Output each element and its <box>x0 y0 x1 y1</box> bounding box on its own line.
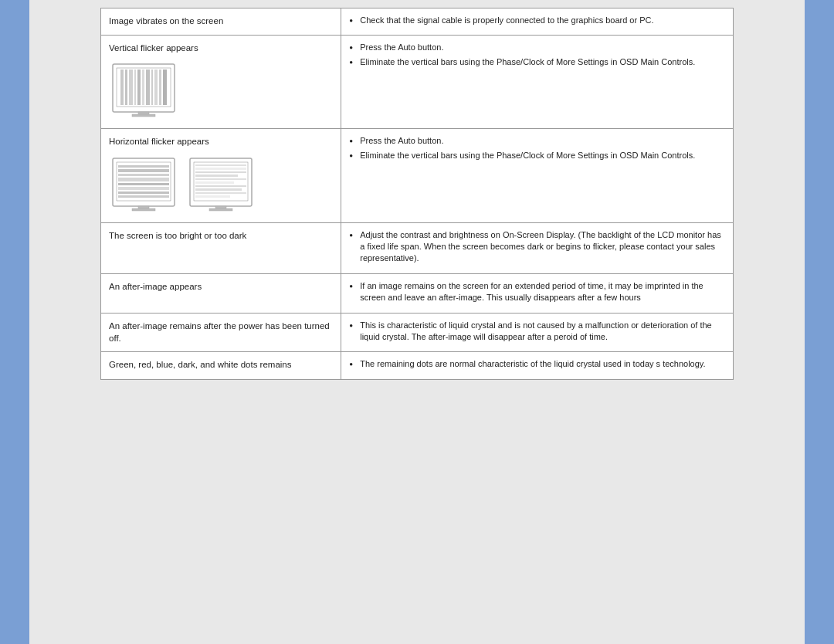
page-wrapper: Image vibrates on the screen Check that … <box>0 0 834 644</box>
table-row: Green, red, blue, dark, and white dots r… <box>101 352 734 379</box>
symptom-text: The screen is too bright or too dark <box>109 231 246 240</box>
table-row: An after-image remains after the power h… <box>101 313 734 352</box>
solution-cell: Adjust the contrast and brightness on On… <box>341 222 734 273</box>
svg-rect-26 <box>132 208 155 211</box>
svg-rect-37 <box>195 192 246 194</box>
svg-rect-11 <box>159 69 161 105</box>
solution-cell: Press the Auto button. Eliminate the ver… <box>341 36 734 129</box>
svg-rect-38 <box>195 195 230 198</box>
svg-rect-5 <box>134 69 136 105</box>
table-row: Image vibrates on the screen Check that … <box>101 8 734 36</box>
svg-rect-32 <box>195 175 238 177</box>
svg-rect-22 <box>118 187 169 190</box>
svg-rect-21 <box>118 183 169 185</box>
content-area: Image vibrates on the screen Check that … <box>29 0 805 644</box>
symptom-text: An after-image remains after the power h… <box>109 321 330 343</box>
solution-item: Eliminate the vertical bars using the Ph… <box>349 56 725 68</box>
svg-rect-35 <box>195 185 246 187</box>
table-row: An after-image appears If an image remai… <box>101 273 734 313</box>
solution-cell: This is characteristic of liquid crystal… <box>341 313 734 352</box>
svg-rect-34 <box>195 181 234 184</box>
solution-item: Check that the signal cable is properly … <box>349 15 725 26</box>
svg-rect-40 <box>209 208 232 211</box>
doc-page: Image vibrates on the screen Check that … <box>100 8 734 380</box>
svg-rect-7 <box>142 69 144 105</box>
svg-rect-3 <box>125 69 127 105</box>
solution-list: If an image remains on the screen for an… <box>349 280 725 304</box>
solution-item: Eliminate the vertical bars using the Ph… <box>349 150 725 161</box>
svg-rect-6 <box>137 69 141 105</box>
svg-rect-19 <box>118 174 169 176</box>
horizontal-flicker-image-2 <box>186 154 256 216</box>
svg-rect-18 <box>118 169 169 172</box>
solution-item: The remaining dots are normal characteri… <box>349 358 725 370</box>
svg-rect-30 <box>195 168 246 170</box>
solution-list: The remaining dots are normal characteri… <box>349 358 725 370</box>
symptom-cell: An after-image remains after the power h… <box>101 313 341 352</box>
symptom-cell: Vertical flicker appears <box>101 36 341 129</box>
troubleshoot-table: Image vibrates on the screen Check that … <box>100 8 734 380</box>
table-row: Horizontal flicker appears <box>101 129 734 222</box>
monitor-illustration-container <box>109 154 333 216</box>
svg-rect-20 <box>118 178 169 181</box>
svg-rect-36 <box>195 188 242 191</box>
svg-rect-33 <box>195 178 246 180</box>
right-sidebar-bar <box>805 0 834 644</box>
svg-rect-23 <box>118 192 169 194</box>
solution-cell: The remaining dots are normal characteri… <box>341 352 734 379</box>
symptom-text: Horizontal flicker appears <box>109 137 209 146</box>
solution-item: Press the Auto button. <box>349 42 725 53</box>
table-row: Vertical flicker appears <box>101 36 734 129</box>
symptom-text: An after-image appears <box>109 282 202 291</box>
vertical-flicker-image <box>109 60 178 122</box>
horizontal-flicker-image-1 <box>109 154 178 216</box>
svg-rect-10 <box>154 69 158 105</box>
solution-cell: Press the Auto button. Eliminate the ver… <box>341 129 734 222</box>
monitor-illustration-container <box>109 60 333 122</box>
symptom-cell: Green, red, blue, dark, and white dots r… <box>101 352 341 379</box>
symptom-cell: An after-image appears <box>101 273 341 313</box>
symptom-text: Green, red, blue, dark, and white dots r… <box>109 360 292 369</box>
solution-list: Adjust the contrast and brightness on On… <box>349 229 725 265</box>
left-sidebar-bar <box>0 0 29 644</box>
solution-list: This is characteristic of liquid crystal… <box>349 320 725 344</box>
symptom-cell: Horizontal flicker appears <box>101 129 341 222</box>
solution-item: Press the Auto button. <box>349 135 725 147</box>
svg-rect-31 <box>195 171 246 173</box>
solution-cell: Check that the signal cable is properly … <box>341 8 734 36</box>
symptom-text: Vertical flicker appears <box>109 43 198 53</box>
solution-item: Adjust the contrast and brightness on On… <box>349 229 725 265</box>
svg-rect-14 <box>132 114 155 117</box>
solution-list: Press the Auto button. Eliminate the ver… <box>349 135 725 161</box>
solution-cell: If an image remains on the screen for an… <box>341 273 734 313</box>
solution-list: Press the Auto button. Eliminate the ver… <box>349 42 725 68</box>
solution-item: This is characteristic of liquid crystal… <box>349 320 725 344</box>
svg-rect-29 <box>195 164 246 166</box>
solution-item: If an image remains on the screen for an… <box>349 280 725 304</box>
symptom-text: Image vibrates on the screen <box>109 16 223 25</box>
svg-rect-8 <box>146 69 150 105</box>
solution-list: Check that the signal cable is properly … <box>349 15 725 26</box>
svg-rect-4 <box>129 69 133 105</box>
svg-rect-12 <box>163 69 167 105</box>
svg-rect-9 <box>151 69 153 105</box>
svg-rect-17 <box>118 165 169 168</box>
svg-rect-24 <box>118 195 169 198</box>
symptom-cell: Image vibrates on the screen <box>101 8 341 36</box>
table-row: The screen is too bright or too dark Adj… <box>101 222 734 273</box>
svg-rect-2 <box>120 69 124 105</box>
symptom-cell: The screen is too bright or too dark <box>101 222 341 273</box>
